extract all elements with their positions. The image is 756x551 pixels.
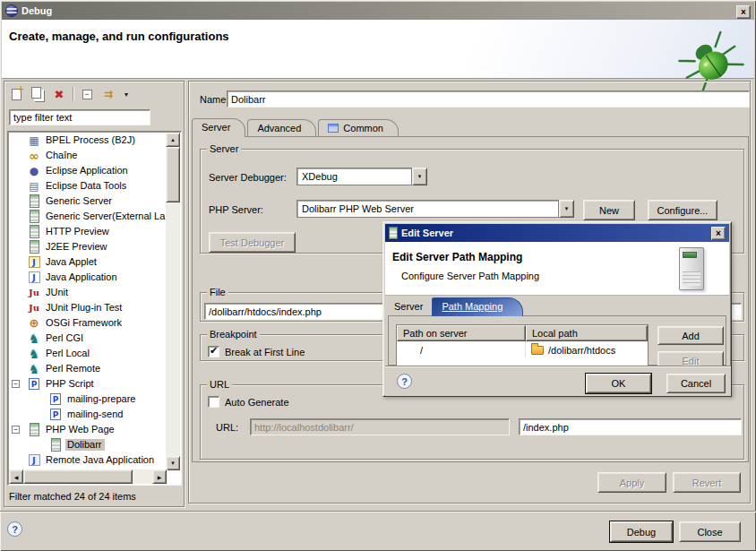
tree-item-label: mailing-send [65, 409, 125, 420]
tree-item-label: Perl Remote [44, 363, 103, 375]
add-mapping-button[interactable]: Add [657, 326, 724, 345]
tree-item-java-application[interactable]: Java Application [9, 270, 167, 285]
php-script-icon [48, 408, 63, 421]
tree-item-junit[interactable]: JUnit [9, 285, 167, 300]
tree-item-eclipse-application[interactable]: Eclipse Application [9, 163, 167, 178]
footer-separator [0, 511, 756, 512]
duplicate-configuration-button[interactable] [30, 86, 46, 102]
path-mapping-table[interactable]: Path on server Local path / /dolibarr/ht… [396, 324, 649, 371]
configurations-tree: BPEL Process (B2J)ChaîneEclipse Applicat… [7, 131, 182, 486]
tree-item-junit-plug-in-test[interactable]: JUnit Plug-in Test [9, 300, 167, 315]
tree-item-bpel-process-b2j-[interactable]: BPEL Process (B2J) [9, 133, 167, 148]
tree-item-label: Generic Server(External La [44, 211, 167, 222]
tree-item-dolibarr[interactable]: Dolibarr [9, 437, 167, 452]
tree-item-eclipse-data-tools[interactable]: Eclipse Data Tools [9, 178, 167, 194]
filter-menu-button[interactable]: ▼ [122, 86, 131, 102]
scroll-left-button[interactable]: ◀ [9, 469, 23, 484]
tree-item-label: OSGi Framework [44, 317, 125, 329]
help-button[interactable]: ? [7, 521, 22, 537]
tree-item-http-preview[interactable]: HTTP Preview [9, 224, 167, 239]
collapse-all-button[interactable]: − [79, 86, 95, 102]
tab-common-label: Common [343, 123, 383, 133]
dialog-close-button[interactable]: × [711, 227, 726, 240]
server-icon [27, 194, 41, 208]
tab-server-label: Server [202, 122, 230, 133]
tree-item-mailing-send[interactable]: mailing-send [9, 407, 167, 422]
server-icon [389, 227, 398, 239]
php-script-icon [27, 377, 41, 391]
table-icon [328, 124, 339, 133]
column-header-local-path[interactable]: Local path [526, 325, 648, 341]
revert-button[interactable]: Revert [673, 472, 741, 493]
table-header-row: Path on server Local path [397, 325, 648, 341]
tree-item-cha-ne[interactable]: Chaîne [9, 148, 167, 163]
duplicate-icon [31, 87, 41, 99]
edit-server-dialog: Edit Server × Edit Server Path Mapping C… [382, 221, 732, 397]
config-tree-rows: BPEL Process (B2J)ChaîneEclipse Applicat… [9, 133, 167, 470]
ok-button[interactable]: OK [586, 374, 651, 393]
vertical-scroll-thumb[interactable] [166, 147, 180, 202]
tab-advanced[interactable]: Advanced [247, 119, 316, 137]
tree-item-label: PHP Script [44, 378, 97, 390]
dialog-tabs: Server Path Mapping [389, 297, 523, 316]
dialog-title-bar[interactable]: Edit Server × [385, 224, 729, 242]
window-close-button[interactable]: × [736, 5, 751, 19]
perl-icon [27, 362, 41, 375]
tree-item-java-applet[interactable]: Java Applet [9, 254, 167, 270]
cancel-button[interactable]: Cancel [666, 374, 726, 393]
tree-item-label: Dolibarr [65, 439, 105, 451]
chevron-down-icon: ▼ [124, 91, 130, 98]
banner-title: Create, manage, and run configurations [9, 30, 229, 43]
tree-item-perl-local[interactable]: Perl Local [9, 346, 167, 361]
collapse-node-icon[interactable]: − [12, 380, 20, 388]
tree-item-generic-server[interactable]: Generic Server [9, 194, 167, 209]
scroll-down-button[interactable]: ▼ [166, 456, 180, 470]
collapse-node-icon[interactable]: − [12, 426, 20, 434]
tree-item-label: Eclipse Application [44, 165, 131, 176]
tree-item-j2ee-preview[interactable]: J2EE Preview [9, 239, 167, 254]
title-bar[interactable]: Debug × [2, 2, 754, 20]
tree-item-generic-server-external-la[interactable]: Generic Server(External La [9, 209, 167, 224]
table-row[interactable]: / /dolibarr/htdocs [397, 341, 648, 357]
eclipse-application-icon [27, 164, 41, 177]
close-button[interactable]: Close [679, 521, 741, 542]
dialog-tab-server[interactable]: Server [389, 298, 432, 316]
php-script-icon [48, 392, 63, 406]
tree-item-osgi-framework[interactable]: OSGi Framework [9, 315, 167, 331]
filter-input[interactable] [9, 109, 150, 125]
dialog-help-button[interactable]: ? [397, 374, 412, 389]
horizontal-scroll-thumb[interactable] [23, 469, 133, 484]
php-web-page-icon [27, 423, 41, 436]
delete-configuration-button[interactable]: ✖ [51, 86, 67, 102]
tree-item-label: Chaîne [44, 150, 80, 161]
dialog-header-subtitle: Configure Server Path Mapping [401, 271, 539, 281]
dialog-title: Edit Server [401, 228, 453, 238]
debug-button[interactable]: Debug [610, 521, 673, 542]
tree-item-mailing-prepare[interactable]: mailing-prepare [9, 392, 167, 407]
tree-item-php-script[interactable]: −PHP Script [9, 376, 167, 392]
server-tower-icon [679, 247, 704, 290]
tree-item-perl-cgi[interactable]: Perl CGI [9, 331, 167, 346]
scroll-up-button[interactable]: ▲ [166, 133, 180, 147]
name-input[interactable] [227, 90, 750, 108]
tab-common[interactable]: Common [318, 119, 399, 137]
dialog-tab-path-mapping[interactable]: Path Mapping [432, 297, 523, 316]
tree-item-php-web-page[interactable]: −PHP Web Page [9, 422, 167, 437]
new-configuration-button[interactable] [8, 86, 24, 102]
database-icon [27, 179, 41, 193]
column-header-path-on-server[interactable]: Path on server [397, 325, 526, 341]
tree-item-remote-java-application[interactable]: Remote Java Application [9, 452, 167, 468]
scroll-right-button[interactable]: ▶ [152, 469, 167, 484]
apply-button[interactable]: Apply [597, 472, 666, 493]
filter-configurations-button[interactable]: ⇉ [100, 86, 116, 102]
tree-item-label: mailing-prepare [65, 393, 138, 405]
remote-java-icon [27, 453, 41, 467]
toolbar-separator [73, 87, 73, 101]
configurations-toolbar: ✖ − ⇉ ▼ [8, 85, 131, 103]
tree-item-label: HTTP Preview [44, 226, 112, 237]
tab-server[interactable]: Server [192, 118, 245, 137]
tree-item-perl-remote[interactable]: Perl Remote [9, 361, 167, 376]
path-mapping-tab-content: Path on server Local path / /dolibarr/ht… [388, 315, 726, 366]
tree-item-label: J2EE Preview [44, 241, 109, 253]
configurations-panel: ✖ − ⇉ ▼ BPEL Process (B2J)ChaîneEclipse … [4, 81, 185, 507]
